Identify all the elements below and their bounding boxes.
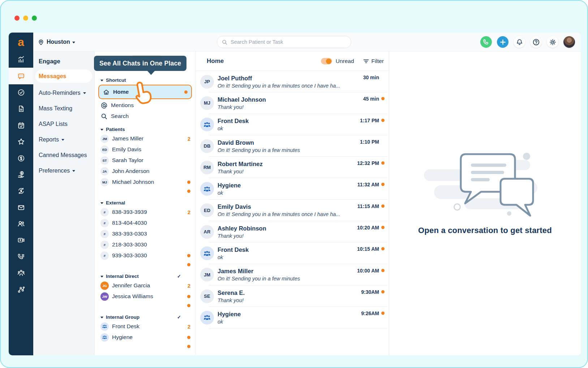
rail-item-video-call[interactable] bbox=[9, 232, 33, 248]
engage-item-auto-reminders[interactable]: Auto-Reminders bbox=[33, 85, 94, 101]
engage-item-reports[interactable]: Reports bbox=[33, 132, 94, 147]
chat-label: Search bbox=[111, 113, 129, 119]
sidebar-chat-michael-johnson[interactable]: MJMichael Johnson bbox=[100, 177, 190, 187]
rail-item-call-log[interactable] bbox=[9, 249, 33, 265]
chat-label: Jennifer Garcia bbox=[112, 282, 150, 289]
conversation-row[interactable]: ARAshley RobinsonThank you!10:20 AM bbox=[196, 221, 389, 242]
location-selector[interactable]: Houston bbox=[38, 33, 75, 51]
rail-item-analytics[interactable] bbox=[9, 51, 33, 68]
unread-dot bbox=[381, 290, 385, 293]
engage-item-mass-texting[interactable]: Mass Texting bbox=[33, 101, 94, 116]
unread-toggle[interactable] bbox=[321, 58, 332, 64]
notifications-button[interactable] bbox=[514, 36, 525, 48]
minimize-window-button[interactable] bbox=[23, 16, 28, 21]
create-new-button[interactable] bbox=[497, 36, 508, 48]
chevron-down-icon bbox=[72, 42, 75, 43]
conversation-info: Front Deskok bbox=[218, 246, 357, 261]
conversation-name: Joel Puthoff bbox=[218, 75, 363, 82]
rail-item-billing[interactable] bbox=[9, 150, 33, 166]
sidebar-chat-383-393-0303[interactable]: #383-393-0303 bbox=[100, 228, 190, 239]
conversation-row[interactable]: MJMichael JohnsonThank you!45 min bbox=[196, 92, 389, 114]
sidebar-chat-search[interactable]: Search bbox=[100, 111, 190, 122]
rail-item-reviews[interactable] bbox=[9, 134, 33, 150]
unread-count-badge: 2 bbox=[188, 283, 190, 289]
sidebar-chat-james-miller[interactable]: JMJames Miller2 bbox=[100, 133, 190, 144]
unread-dot-slot bbox=[379, 290, 385, 293]
sidebar-chat-front-desk[interactable]: Front Desk2 bbox=[100, 321, 190, 332]
rail-item-transactions[interactable] bbox=[9, 183, 33, 199]
unread-dot bbox=[381, 119, 385, 122]
conversation-name: David Brown bbox=[218, 139, 360, 147]
sidebar-chat-jessica-williams[interactable]: JWJessica Williams bbox=[100, 291, 190, 302]
conversation-time: 11:32 AM bbox=[357, 182, 379, 187]
dollar-circle-icon bbox=[17, 155, 25, 162]
rail-item-patients[interactable] bbox=[9, 216, 33, 232]
section-header-internal-direct[interactable]: Internal Direct✓ bbox=[100, 272, 190, 280]
group-avatar-icon bbox=[100, 322, 109, 331]
conversation-row[interactable]: JPJoel PuthoffOn it! Sending you in a fe… bbox=[196, 71, 389, 92]
conversation-info: Hygieneok bbox=[218, 181, 357, 196]
rail-item-integrations[interactable] bbox=[9, 281, 33, 297]
rail-item-tasks[interactable] bbox=[9, 84, 33, 101]
engage-item-preferences[interactable]: Preferences bbox=[33, 163, 94, 178]
conversation-row[interactable]: RMRobert MartinezThank you!12:32 PM bbox=[196, 157, 389, 178]
sidebar-chat-john-anderson[interactable]: JAJohn Anderson bbox=[100, 166, 190, 177]
user-avatar[interactable] bbox=[563, 36, 575, 48]
section-collapse-icon bbox=[100, 202, 103, 204]
section-unread-indicator bbox=[100, 343, 190, 350]
section-header-patients[interactable]: Patients bbox=[100, 125, 190, 133]
engage-item-asap-lists[interactable]: ASAP Lists bbox=[33, 116, 94, 132]
money-sync-icon bbox=[17, 187, 25, 195]
rail-item-email[interactable] bbox=[9, 199, 33, 216]
group-avatar-icon bbox=[200, 182, 214, 196]
sidebar-chat-838-393-3939[interactable]: #838-393-39392 bbox=[100, 207, 190, 217]
sidebar-chat-813-404-4030[interactable]: #813-404-4030 bbox=[100, 217, 190, 228]
help-button[interactable] bbox=[530, 36, 542, 48]
sidebar-chat-939-303-3030[interactable]: #939-303-3030 bbox=[100, 250, 190, 261]
chat-label: 939-303-3030 bbox=[112, 252, 147, 259]
close-window-button[interactable] bbox=[14, 16, 20, 21]
filter-button[interactable]: Filter bbox=[363, 58, 384, 64]
conversation-row[interactable]: SESerena E.Thank you!9:30AM bbox=[196, 285, 389, 307]
conversation-row[interactable]: Hygieneok9:26AM bbox=[196, 307, 389, 328]
sidebar-chat-jennifer-garcia[interactable]: JGJennifer Garcia2 bbox=[100, 280, 190, 291]
avatar: MJ bbox=[100, 178, 109, 186]
conversation-row[interactable]: Hygieneok11:32 AM bbox=[196, 178, 389, 199]
conversation-name: James Miller bbox=[218, 267, 357, 275]
section-label: Internal Direct bbox=[106, 274, 139, 279]
section-header-internal-group[interactable]: Internal Group✓ bbox=[100, 313, 190, 321]
sidebar-chat-218-303-3030[interactable]: #218-303-3030 bbox=[100, 239, 190, 250]
avatar: MJ bbox=[200, 96, 214, 110]
call-button[interactable] bbox=[480, 36, 492, 48]
rail-item-documents[interactable] bbox=[9, 101, 33, 117]
engage-item-messages[interactable]: Messages bbox=[35, 69, 92, 83]
conversation-info: Serena E.Thank you! bbox=[218, 289, 361, 304]
search-input[interactable] bbox=[231, 39, 347, 45]
conversation-row[interactable]: Front Deskok1:17 PM bbox=[196, 114, 389, 135]
rail-item-collect-payment[interactable] bbox=[9, 166, 33, 183]
section-unread-indicator bbox=[100, 302, 190, 309]
zoom-window-button[interactable] bbox=[32, 16, 37, 21]
check-icon: ✓ bbox=[177, 274, 181, 279]
sidebar-chat-sarah-taylor[interactable]: STSarah Taylor bbox=[100, 155, 190, 166]
conversation-row[interactable]: Front Deskok10:15 AM bbox=[196, 242, 389, 264]
sidebar-chat-hygiene[interactable]: Hygiene bbox=[100, 332, 190, 343]
conversation-time: 30 min bbox=[363, 75, 379, 80]
section-header-external[interactable]: External bbox=[100, 199, 190, 207]
conversation-row[interactable]: EDEmily DavisOn it! Sending you in a few… bbox=[196, 200, 389, 221]
brand-logo[interactable]: a bbox=[9, 33, 33, 51]
rail-item-messages[interactable] bbox=[9, 68, 33, 84]
engage-item-canned-messages[interactable]: Canned Messages bbox=[33, 147, 94, 163]
settings-button[interactable] bbox=[547, 36, 558, 48]
unread-dot-slot bbox=[379, 204, 385, 208]
unread-dot bbox=[381, 226, 385, 229]
unread-dot-slot bbox=[379, 226, 385, 229]
conversation-row[interactable]: JMJames MillerOn it! Sending you in a fe… bbox=[196, 264, 389, 285]
unread-dot-slot bbox=[379, 119, 385, 122]
avatar: # bbox=[100, 219, 109, 227]
rail-item-schedule[interactable] bbox=[9, 117, 33, 134]
rail-item-team[interactable] bbox=[9, 265, 33, 281]
sidebar-chat-emily-davis[interactable]: EDEmily Davis bbox=[100, 144, 190, 155]
tooltip-text: See All Chats in One Place bbox=[99, 60, 181, 67]
conversation-row[interactable]: DBDavid BrownOn it! Sending you in a few… bbox=[196, 135, 389, 157]
